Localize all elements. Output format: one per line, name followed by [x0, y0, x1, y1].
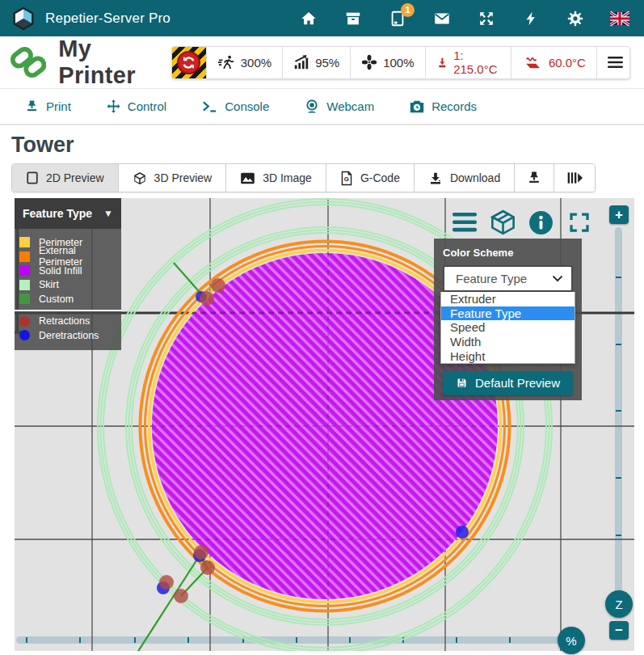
legend-item-external-perimeter[interactable]: External Perimeter	[15, 250, 121, 264]
print-job-icon	[526, 170, 542, 186]
view-gcode-button[interactable]: G G-Code	[326, 164, 414, 192]
view-2d-preview-button[interactable]: 2D Preview	[12, 164, 118, 192]
option-height[interactable]: Height	[441, 349, 575, 363]
legend-panel: Feature Type ▼ Perimeter External Perime…	[15, 198, 121, 350]
printer-status-bar: 300% 95% 100% 1: 215.0°C	[171, 46, 630, 79]
flow-bars-icon	[293, 54, 309, 70]
color-swatch	[19, 294, 30, 304]
console-prompt-icon	[201, 99, 218, 113]
option-speed[interactable]: Speed	[441, 320, 575, 335]
color-scheme-options-list: Extruder Feature Type Speed Width Height	[440, 292, 575, 364]
fan-status[interactable]: 100%	[350, 47, 424, 78]
download-button[interactable]: Download	[414, 164, 514, 192]
bed-temp-value: 60.0°C	[549, 56, 586, 70]
move-arrows-icon	[106, 99, 121, 114]
fan-value: 100%	[383, 56, 414, 70]
extruder-icon	[436, 55, 448, 70]
preview-toolbar	[451, 208, 593, 237]
printer-name: My Printer	[58, 36, 171, 89]
progress-percent-slider-handle[interactable]: %	[558, 627, 585, 654]
tab-webcam[interactable]: Webcam	[304, 99, 374, 115]
settings-gear-icon[interactable]	[566, 9, 585, 28]
view-3d-preview-button[interactable]: 3D Preview	[118, 164, 226, 192]
view-3d-image-label: 3D Image	[263, 171, 312, 184]
notification-badge: 1	[401, 3, 415, 17]
legend-body: Perimeter External Perimeter Solid Infil…	[15, 229, 121, 350]
color-scheme-panel: Color Scheme Feature Type Extruder Featu…	[434, 239, 582, 400]
speed-multiplier-status[interactable]: 300%	[206, 47, 282, 78]
zoom-out-button[interactable]: −	[609, 621, 629, 640]
printer-notifications-icon[interactable]: 1	[388, 9, 407, 28]
fan-icon	[361, 54, 377, 70]
tab-control[interactable]: Control	[106, 99, 166, 114]
tab-print[interactable]: Print	[24, 99, 71, 114]
app-title: Repetier-Server Pro	[45, 11, 170, 27]
legend-item-retractions[interactable]: Retractions	[15, 315, 121, 329]
option-extruder[interactable]: Extruder	[441, 292, 575, 306]
power-bolt-icon[interactable]	[521, 9, 541, 28]
color-scheme-select[interactable]: Feature Type	[443, 265, 573, 292]
home-icon[interactable]	[299, 9, 318, 28]
menu-bars-icon	[452, 212, 478, 233]
legend-item-skirt[interactable]: Skirt	[15, 278, 121, 293]
layers-play-icon	[566, 170, 583, 186]
flow-value: 95%	[315, 56, 339, 70]
job-title: Tower	[11, 133, 644, 158]
color-swatch	[19, 251, 30, 262]
square-2d-icon	[26, 171, 39, 185]
app-brand[interactable]: Repetier-Server Pro	[11, 6, 170, 31]
bed-temp-status[interactable]: 60.0°C	[511, 47, 596, 78]
tab-print-label: Print	[46, 99, 71, 113]
language-flag-icon[interactable]	[610, 9, 629, 28]
legend-title: Feature Type	[23, 207, 92, 220]
preview-menu-button[interactable]	[451, 208, 479, 237]
tab-records-label: Records	[431, 99, 477, 113]
color-swatch	[19, 237, 30, 247]
continue-layers-button[interactable]	[554, 164, 595, 192]
color-scheme-selected-value: Feature Type	[456, 272, 527, 285]
save-floppy-icon	[456, 377, 468, 389]
messages-mail-icon[interactable]	[432, 9, 452, 28]
top-navbar: Repetier-Server Pro 1	[0, 0, 644, 36]
webcam-icon	[304, 99, 320, 115]
svg-text:G: G	[344, 175, 349, 183]
chevron-down-icon	[552, 275, 563, 282]
view-3d-image-button[interactable]: 3D Image	[225, 164, 326, 192]
printer-menu-button[interactable]	[596, 47, 630, 78]
preview-fullscreen-button[interactable]	[565, 208, 593, 237]
view-3d-preview-label: 3D Preview	[154, 171, 213, 184]
preview-info-button[interactable]	[527, 208, 555, 237]
expand-arrows-icon[interactable]	[477, 9, 496, 28]
tab-console[interactable]: Console	[201, 99, 269, 113]
chevron-down-icon: ▼	[103, 208, 113, 219]
preview-3d-mode-button[interactable]	[489, 208, 517, 237]
gcode-preview-area: Feature Type ▼ Perimeter External Perime…	[15, 198, 634, 651]
heated-bed-icon	[522, 54, 543, 70]
cube-3d-icon	[489, 208, 517, 237]
extruder-temp-status[interactable]: 1: 215.0°C	[425, 47, 511, 78]
legend-divider	[15, 310, 121, 311]
legend-item-custom[interactable]: Custom	[15, 292, 121, 306]
color-scheme-label: Color Scheme	[443, 247, 573, 259]
reprint-button[interactable]	[514, 164, 554, 192]
view-gcode-label: G-Code	[360, 171, 400, 184]
tab-records[interactable]: Records	[409, 99, 477, 114]
option-width[interactable]: Width	[441, 335, 575, 349]
hamburger-menu-icon	[608, 56, 623, 69]
legend-item-label: Solid Infill	[39, 265, 82, 277]
emergency-stop-button[interactable]	[172, 47, 206, 78]
z-layer-slider-handle[interactable]: Z	[605, 590, 633, 618]
storage-box-icon[interactable]	[343, 9, 363, 28]
option-feature-type[interactable]: Feature Type	[441, 306, 575, 321]
color-swatch	[19, 316, 30, 327]
color-swatch	[19, 330, 30, 340]
image-icon	[240, 171, 255, 185]
default-preview-button[interactable]: Default Preview	[443, 371, 573, 395]
zoom-in-button[interactable]: +	[609, 205, 629, 224]
speed-value: 300%	[241, 56, 271, 70]
legend-item-deretractions[interactable]: Deretractions	[15, 328, 121, 343]
flow-multiplier-status[interactable]: 95%	[282, 47, 350, 78]
info-icon	[528, 209, 554, 236]
legend-header[interactable]: Feature Type ▼	[15, 198, 121, 229]
app-logo-icon	[11, 6, 36, 31]
